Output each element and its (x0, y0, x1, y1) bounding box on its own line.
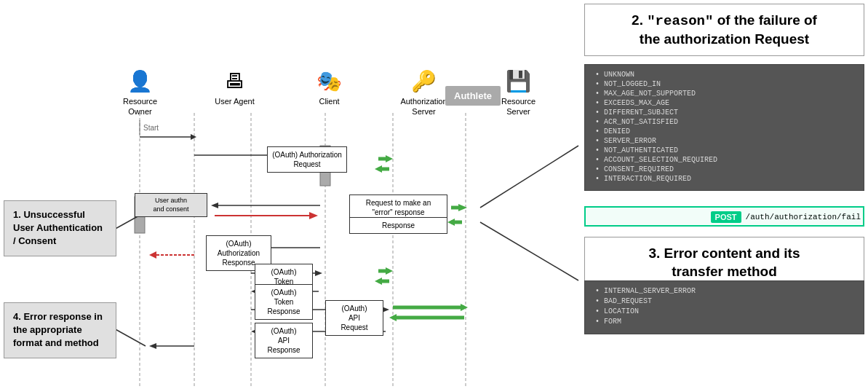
resource-server-label: ResourceServer (501, 96, 535, 117)
panel-3-title: 3. Error content and itstransfer method (595, 245, 853, 280)
authlete-box: Authlete (445, 86, 501, 106)
panel-2-code: "reason" (647, 13, 713, 29)
actor-auth-server: 🔑 AuthorizationServer (397, 69, 451, 117)
authlete-label: Authlete (454, 90, 492, 101)
auth-server-icon: 🔑 (411, 69, 437, 93)
svg-marker-47 (149, 343, 156, 349)
panel-2-item-3: • EXCEEDS_MAX_AGE (595, 99, 853, 107)
svg-marker-9 (191, 134, 196, 140)
panel-3-item-2: • LOCATION (595, 307, 853, 315)
panel-2-container: 2. "reason" of the failure ofthe authori… (584, 4, 864, 56)
svg-line-50 (480, 146, 578, 208)
oauth-auth-request-box: (OAuth) AuthorizationRequest (267, 146, 347, 173)
panel-2-item-8: • NOT_AUTHENTICATED (595, 146, 853, 154)
svg-marker-35 (375, 278, 382, 285)
user-authn-box: User authnand consent (135, 193, 207, 217)
svg-marker-21 (309, 212, 318, 219)
response-label: Response (382, 221, 415, 229)
token-response-box: (OAuth)TokenResponse (255, 284, 313, 320)
svg-marker-31 (315, 270, 322, 276)
token-response-label: (OAuth)TokenResponse (267, 288, 300, 315)
side-box-1: 1. Unsuccessful User Authentication / Co… (4, 200, 116, 256)
svg-line-51 (480, 222, 578, 280)
panel-2-list: • UNKNOWN • NOT_LOGGED_IN • MAX_AGE_NOT_… (584, 64, 864, 191)
client-icon: 🎭 (316, 69, 342, 93)
svg-marker-43 (389, 314, 397, 321)
panel-2-item-6: • DENIED (595, 127, 853, 135)
panel-3-item-1: • BAD_REQUEST (595, 297, 853, 305)
actor-client: 🎭 Client (302, 69, 357, 117)
svg-marker-41 (461, 304, 468, 311)
svg-line-49 (113, 328, 146, 346)
oauth-auth-response-label: (OAuth)AuthorizationResponse (218, 240, 260, 267)
panel-2-item-2: • MAX_AGE_NOT_SUPPORTED (595, 90, 853, 98)
api-response-box: (OAuth)APIResponse (255, 323, 313, 358)
panel-2-item-4: • DIFFERENT_SUBJECT (595, 109, 853, 117)
resource-owner-label: Resource Owner (113, 96, 167, 117)
svg-marker-15 (375, 165, 382, 173)
svg-marker-33 (386, 267, 393, 275)
client-label: Client (319, 96, 339, 106)
panel-2-item-5: • ACR_NOT_SATISFIED (595, 118, 853, 126)
svg-text:Start: Start (143, 124, 159, 132)
svg-marker-23 (458, 204, 467, 211)
panel-2-item-0: • UNKNOWN (595, 71, 853, 79)
panel-2-item-1: • NOT_LOGGED_IN (595, 80, 853, 88)
api-request-box: (OAuth)APIRequest (325, 300, 383, 336)
resource-owner-icon: 👤 (127, 69, 153, 93)
response-box: Response (349, 217, 447, 234)
diagram-container: Start (0, 0, 868, 389)
user-authn-label: User authnand consent (153, 197, 188, 213)
panel-2-title: 2. "reason" of the failure ofthe authori… (595, 12, 853, 48)
user-agent-label: User Agent (215, 96, 254, 106)
side-box-4: 4. Error response in the appropriate for… (4, 302, 116, 358)
svg-marker-19 (211, 203, 218, 208)
panel-3-item-3: • FORM (595, 318, 853, 326)
oauth-auth-request-label: (OAuth) AuthorizationRequest (272, 151, 342, 168)
auth-server-label: AuthorizationServer (400, 96, 447, 117)
panel-3-list: • INTERNAL_SERVER_ERROR • BAD_REQUEST • … (584, 280, 864, 334)
user-agent-icon: 🖶 (225, 69, 245, 93)
api-request-label: (OAuth)APIRequest (341, 304, 367, 331)
request-error-label: Request to make an"error" response (366, 199, 431, 216)
actor-resource-owner: 👤 Resource Owner (113, 69, 167, 117)
panel-2-item-7: • SERVER_ERROR (595, 137, 853, 145)
actor-user-agent: 🖶 User Agent (207, 69, 262, 117)
svg-marker-13 (386, 155, 393, 162)
panel-2-item-9: • ACCOUNT_SELECTION_REQUIRED (595, 156, 853, 164)
panel-2-item-11: • INTERACTION_REQUIRED (595, 175, 853, 183)
post-badge-box (584, 206, 864, 227)
svg-marker-25 (447, 219, 455, 226)
side-box-1-label: 1. Unsuccessful User Authentication / Co… (13, 209, 103, 246)
api-response-label: (OAuth)APIResponse (267, 327, 300, 354)
panel-2-item-10: • CONSENT_REQUIRED (595, 165, 853, 173)
resource-server-icon: 💾 (506, 69, 531, 93)
svg-marker-29 (149, 251, 156, 259)
panel-3-item-0: • INTERNAL_SERVER_ERROR (595, 287, 853, 295)
side-box-4-label: 4. Error response in the appropriate for… (13, 311, 103, 348)
